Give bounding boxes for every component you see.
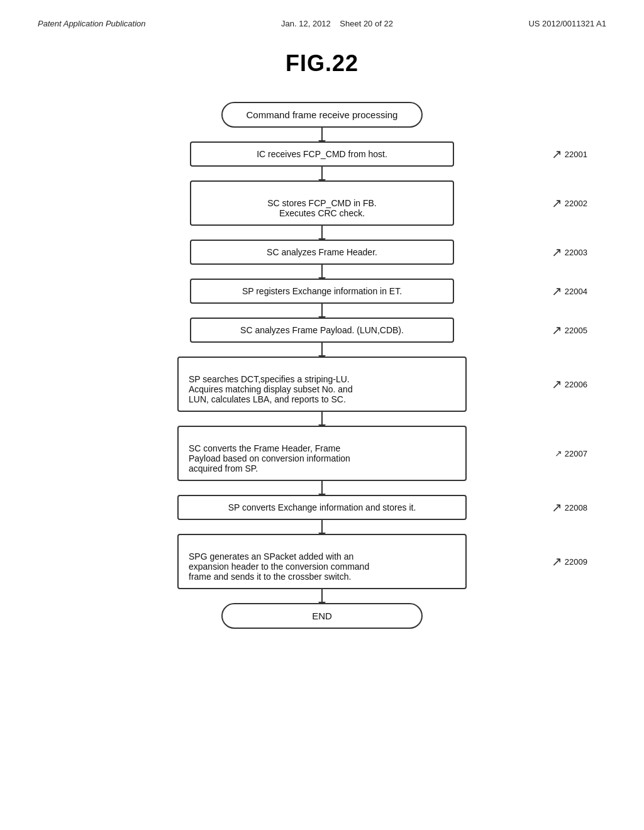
page: Patent Application Publication Jan. 12, … <box>0 0 644 830</box>
header-right: US 2012/0011321 A1 <box>528 19 606 28</box>
step-box-2: SC stores FCP_CMD in FB. Executes CRC ch… <box>190 180 454 226</box>
ref-label-8: ↗ 22008 <box>552 501 587 514</box>
arrow-1 <box>321 167 323 180</box>
step-box-7: SC converts the Frame Header, Frame Payl… <box>177 426 467 481</box>
step-box-3: SC analyzes Frame Header. <box>190 240 454 265</box>
step-row-8: SP converts Exchange information and sto… <box>38 495 606 520</box>
arrow-7 <box>321 481 323 495</box>
end-row: END <box>38 603 606 629</box>
arrow-2 <box>321 226 323 240</box>
ref-label-2: ↗ 22002 <box>552 197 587 209</box>
start-row: Command frame receive processing <box>38 102 606 128</box>
step-row-6: SP searches DCT,specifies a striping-LU.… <box>38 357 606 412</box>
ref-label-7: ↗ 22007 <box>555 449 587 458</box>
step-row-7: SC converts the Frame Header, Frame Payl… <box>38 426 606 481</box>
step-box-1: IC receives FCP_CMD from host. <box>190 141 454 167</box>
arrow-4 <box>321 304 323 318</box>
header-center: Jan. 12, 2012 Sheet 20 of 22 <box>281 19 393 28</box>
arrow-3 <box>321 265 323 279</box>
start-box: Command frame receive processing <box>221 102 423 128</box>
ref-label-6: ↗ 22006 <box>552 378 587 390</box>
step-row-3: SC analyzes Frame Header. ↗ 22003 <box>38 240 606 265</box>
ref-label-1: ↗ 22001 <box>552 148 587 160</box>
arrow-8 <box>321 520 323 534</box>
ref-label-9: ↗ 22009 <box>552 555 587 568</box>
ref-label-3: ↗ 22003 <box>552 246 587 258</box>
arrow-0 <box>321 128 323 141</box>
arrow-6 <box>321 412 323 426</box>
diagram: Command frame receive processing IC rece… <box>38 102 606 629</box>
step-row-1: IC receives FCP_CMD from host. ↗ 22001 <box>38 141 606 167</box>
arrow-5 <box>321 343 323 357</box>
page-header: Patent Application Publication Jan. 12, … <box>38 13 606 31</box>
step-row-9: SPG generates an SPacket added with an e… <box>38 534 606 589</box>
header-left: Patent Application Publication <box>38 19 146 28</box>
step-box-9: SPG generates an SPacket added with an e… <box>177 534 467 589</box>
ref-label-5: ↗ 22005 <box>552 324 587 336</box>
figure-title: FIG.22 <box>38 50 606 77</box>
step-row-5: SC analyzes Frame Payload. (LUN,CDB). ↗ … <box>38 318 606 343</box>
step-box-5: SC analyzes Frame Payload. (LUN,CDB). <box>190 318 454 343</box>
ref-label-4: ↗ 22004 <box>552 285 587 297</box>
step-box-4: SP registers Exchange information in ET. <box>190 279 454 304</box>
step-row-2: SC stores FCP_CMD in FB. Executes CRC ch… <box>38 180 606 226</box>
end-box: END <box>221 603 423 629</box>
step-box-8: SP converts Exchange information and sto… <box>177 495 467 520</box>
step-row-4: SP registers Exchange information in ET.… <box>38 279 606 304</box>
arrow-9 <box>321 589 323 603</box>
step-box-6: SP searches DCT,specifies a striping-LU.… <box>177 357 467 412</box>
